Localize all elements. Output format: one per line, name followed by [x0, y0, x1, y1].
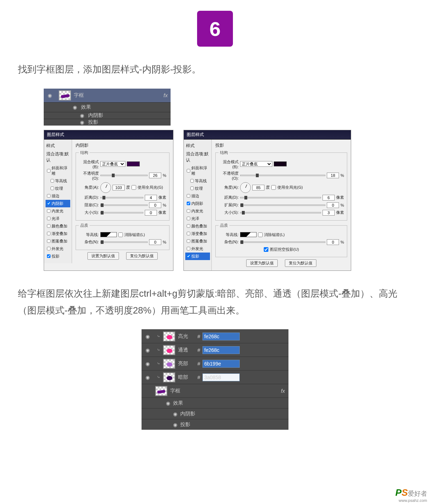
opacity-value[interactable] — [327, 173, 339, 178]
layer-row[interactable]: ◉⤷暗部#3a0858 — [142, 370, 288, 384]
color-swatch[interactable] — [274, 161, 287, 166]
opt-pattern-overlay[interactable]: 图案叠加 — [46, 237, 70, 245]
reset-default-button[interactable]: 复位为默认值 — [126, 252, 158, 260]
opt-bevel[interactable]: 斜面和浮雕 — [46, 164, 70, 177]
spread-value[interactable] — [327, 202, 339, 208]
hex-value[interactable]: 6b199e — [202, 360, 240, 368]
visibility-icon[interactable]: ◉ — [173, 422, 177, 428]
set-default-button[interactable]: 设置为默认值 — [246, 259, 278, 267]
checkbox[interactable] — [47, 232, 51, 235]
checkbox[interactable] — [47, 247, 51, 250]
checkbox[interactable] — [190, 187, 194, 190]
blend-mode-select[interactable]: 正片叠底 — [100, 161, 125, 167]
global-light-checkbox[interactable] — [271, 185, 276, 190]
checkbox[interactable] — [187, 217, 190, 220]
distance-value[interactable] — [145, 195, 157, 201]
opacity-slider[interactable] — [240, 175, 325, 176]
opt-drop-shadow[interactable]: 投影 — [185, 253, 210, 260]
choke-value[interactable] — [149, 202, 161, 208]
noise-value[interactable] — [149, 239, 161, 245]
opt-color-overlay[interactable]: 颜色叠加 — [185, 222, 210, 230]
knockout-checkbox[interactable] — [264, 247, 268, 252]
visibility-icon[interactable]: ◉ — [76, 113, 88, 118]
opt-stroke[interactable]: 描边 — [185, 192, 210, 200]
opt-inner-glow[interactable]: 内发光 — [185, 207, 210, 215]
layer-thumbnail[interactable] — [59, 90, 71, 100]
checkbox[interactable] — [47, 217, 51, 220]
opt-outer-glow[interactable]: 外发光 — [46, 245, 70, 253]
blend-mode-select[interactable]: 正片叠底 — [240, 161, 272, 167]
contour-picker[interactable] — [240, 232, 257, 237]
layer-name[interactable]: 通透 — [178, 347, 195, 353]
layer-thumbnail[interactable] — [163, 345, 175, 355]
checkbox[interactable] — [187, 239, 190, 243]
checkbox[interactable] — [47, 209, 51, 213]
opt-contour-sub[interactable]: 等高线 — [185, 177, 210, 185]
noise-slider[interactable] — [100, 241, 148, 243]
visibility-icon[interactable]: ◉ — [69, 104, 81, 110]
opt-color-overlay[interactable]: 颜色叠加 — [46, 222, 70, 230]
opacity-value[interactable] — [149, 173, 161, 178]
layer-thumbnail[interactable] — [163, 372, 175, 382]
visibility-icon[interactable]: ◉ — [166, 400, 170, 406]
opt-satin[interactable]: 光泽 — [46, 215, 70, 222]
opt-grad-overlay[interactable]: 渐变叠加 — [46, 230, 70, 237]
effect-drop-shadow[interactable]: 投影 — [88, 119, 98, 126]
checkbox[interactable] — [47, 202, 51, 205]
opt-texture-sub[interactable]: 纹理 — [185, 185, 210, 192]
opt-stroke[interactable]: 描边 — [46, 192, 70, 200]
layer-thumbnail[interactable] — [163, 331, 175, 342]
blend-default[interactable]: 混合选项:默认 — [46, 150, 70, 164]
angle-value[interactable] — [113, 185, 125, 190]
visibility-icon[interactable]: ◉ — [44, 93, 56, 98]
set-default-button[interactable]: 设置为默认值 — [87, 252, 119, 260]
opt-bevel[interactable]: 斜面和浮雕 — [185, 164, 210, 177]
effect-drop-shadow[interactable]: 投影 — [180, 421, 190, 428]
contour-picker[interactable] — [100, 232, 117, 237]
layer-name[interactable]: 亮部 — [178, 361, 195, 367]
angle-value[interactable] — [252, 185, 264, 190]
checkbox[interactable] — [190, 179, 194, 183]
size-slider[interactable] — [100, 212, 143, 213]
checkbox[interactable] — [187, 169, 190, 173]
visibility-icon[interactable]: ◉ — [173, 411, 177, 417]
layer-thumbnail[interactable] — [155, 386, 167, 396]
anti-alias-checkbox[interactable] — [258, 232, 263, 237]
fx-indicator[interactable]: fx — [163, 92, 168, 98]
reset-default-button[interactable]: 复位为默认值 — [285, 259, 316, 267]
noise-value[interactable] — [327, 239, 339, 245]
layer-name[interactable]: 高光 — [178, 333, 195, 340]
visibility-icon[interactable]: ◉ — [142, 334, 154, 339]
fx-indicator[interactable]: fx — [281, 388, 285, 394]
distance-slider[interactable] — [100, 197, 143, 198]
layer-thumbnail[interactable] — [163, 359, 175, 369]
blend-default[interactable]: 混合选项:默认 — [185, 150, 210, 164]
opt-inner-shadow[interactable]: 内阴影 — [185, 200, 210, 207]
hex-value[interactable]: fe268c — [202, 346, 240, 354]
opt-grad-overlay[interactable]: 渐变叠加 — [185, 230, 210, 237]
opacity-slider[interactable] — [100, 175, 148, 176]
checkbox[interactable] — [51, 187, 54, 190]
checkbox[interactable] — [187, 224, 190, 228]
angle-control[interactable] — [100, 182, 111, 193]
layer-row[interactable]: ◉⤷高光#fe268c — [142, 329, 288, 343]
opt-contour-sub[interactable]: 等高线 — [46, 177, 70, 185]
visibility-icon[interactable]: ◉ — [142, 361, 154, 367]
hex-value[interactable]: 3a0858 — [202, 373, 240, 381]
opt-inner-shadow[interactable]: 内阴影 — [46, 200, 70, 207]
checkbox[interactable] — [47, 169, 51, 173]
checkbox[interactable] — [187, 247, 190, 250]
checkbox[interactable] — [187, 202, 190, 205]
color-swatch[interactable] — [127, 161, 140, 166]
opt-outer-glow[interactable]: 外发光 — [185, 245, 210, 253]
layer-name[interactable]: 字框 — [170, 388, 187, 394]
anti-alias-checkbox[interactable] — [118, 232, 123, 237]
visibility-icon[interactable]: ◉ — [142, 347, 154, 353]
angle-control[interactable] — [240, 182, 251, 193]
size-value[interactable] — [322, 210, 335, 216]
hex-value[interactable]: fe268c — [202, 333, 240, 340]
layer-row[interactable]: ◉⤷亮部#6b199e — [142, 357, 288, 370]
checkbox[interactable] — [187, 254, 190, 258]
distance-slider[interactable] — [240, 197, 321, 198]
layer-name[interactable]: 暗部 — [178, 374, 195, 381]
